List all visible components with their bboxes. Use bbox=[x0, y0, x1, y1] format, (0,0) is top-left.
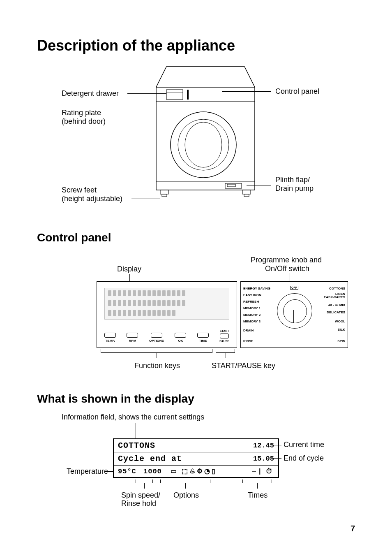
svg-rect-12 bbox=[162, 194, 167, 197]
svg-rect-11 bbox=[160, 190, 168, 194]
heading-control-panel: Control panel bbox=[37, 231, 355, 244]
svg-rect-2 bbox=[166, 90, 183, 100]
svg-point-7 bbox=[185, 122, 222, 167]
label-spin-1: Spin speed/ bbox=[121, 491, 160, 500]
label-info-field: Information field, shows the current set… bbox=[62, 413, 204, 422]
heading-display: What is shown in the display bbox=[37, 392, 355, 405]
label-screw-feet-2: (height adjustable) bbox=[62, 195, 122, 203]
knob-off-label: OFF bbox=[290, 286, 298, 290]
label-spin-2: Rinse hold bbox=[121, 499, 156, 508]
label-plinth-1: Plinth flap/ bbox=[275, 176, 310, 184]
lcd-display: COTTONS 12.45 Cycle end at 15.05 95°C 10… bbox=[113, 438, 279, 478]
label-temperature: Temperature bbox=[67, 467, 108, 476]
label-function-keys: Function keys bbox=[134, 361, 180, 370]
programme-knob: OFF ENERGY SAVING EASY IRON REFRESH MEMO… bbox=[240, 281, 348, 348]
label-start-pause: START/PAUSE key bbox=[212, 361, 275, 370]
control-panel-diagram: Display Programme knob and On/Off switch… bbox=[37, 248, 355, 380]
svg-point-5 bbox=[171, 112, 236, 178]
label-knob-1: Programme knob and bbox=[251, 256, 322, 264]
panel-lcd-icon bbox=[104, 288, 229, 320]
lcd-clock: 12.45 bbox=[253, 442, 274, 449]
label-times: Times bbox=[248, 491, 267, 500]
lcd-time-icons: →| ⏱ bbox=[251, 468, 274, 475]
label-rating-plate-1: Rating plate bbox=[62, 109, 101, 117]
label-end-of-cycle: End of cycle bbox=[284, 454, 324, 463]
label-knob-2: On/Off switch bbox=[265, 264, 309, 273]
lcd-cycle-end-text: Cycle end at bbox=[118, 454, 182, 463]
label-options-below: Options bbox=[173, 491, 199, 500]
svg-rect-13 bbox=[242, 190, 251, 194]
page-title: Description of the appliance bbox=[37, 37, 355, 54]
svg-rect-4 bbox=[187, 90, 189, 100]
label-plinth-2: Drain pump bbox=[275, 184, 314, 193]
lcd-spin: 1000 bbox=[143, 468, 162, 475]
btn-options: OPTIONS bbox=[149, 333, 164, 343]
btn-ok: OK bbox=[175, 333, 186, 343]
label-current-time: Current time bbox=[284, 440, 324, 449]
svg-point-6 bbox=[178, 119, 229, 170]
label-display: Display bbox=[117, 265, 141, 273]
label-screw-feet-1: Screw feet bbox=[62, 186, 97, 195]
label-detergent-drawer: Detergent drawer bbox=[62, 89, 119, 98]
knob-icon bbox=[277, 293, 312, 329]
btn-time: TIME bbox=[197, 333, 209, 343]
panel-body: TEMP. RPM OPTIONS OK TIME START PAUSE bbox=[97, 281, 237, 348]
display-diagram: Information field, shows the current set… bbox=[37, 410, 355, 517]
appliance-diagram: Detergent drawer Rating plate (behind do… bbox=[37, 63, 355, 219]
btn-start-pause: START PAUSE bbox=[219, 329, 229, 343]
btn-rpm: RPM bbox=[127, 333, 138, 343]
lcd-temp: 95°C bbox=[118, 468, 136, 475]
svg-rect-10 bbox=[227, 184, 235, 187]
label-rating-plate-2: (behind door) bbox=[62, 117, 106, 126]
lcd-programme: COTTONS bbox=[118, 441, 155, 450]
svg-rect-14 bbox=[244, 194, 249, 197]
page-number: 7 bbox=[350, 524, 355, 533]
lcd-option-icons: ▭ ⬚♨⚙◔▯ bbox=[171, 468, 217, 475]
label-control-panel: Control panel bbox=[275, 87, 319, 96]
lcd-cycle-end-time: 15.05 bbox=[253, 455, 274, 463]
btn-temp: TEMP. bbox=[104, 333, 116, 343]
